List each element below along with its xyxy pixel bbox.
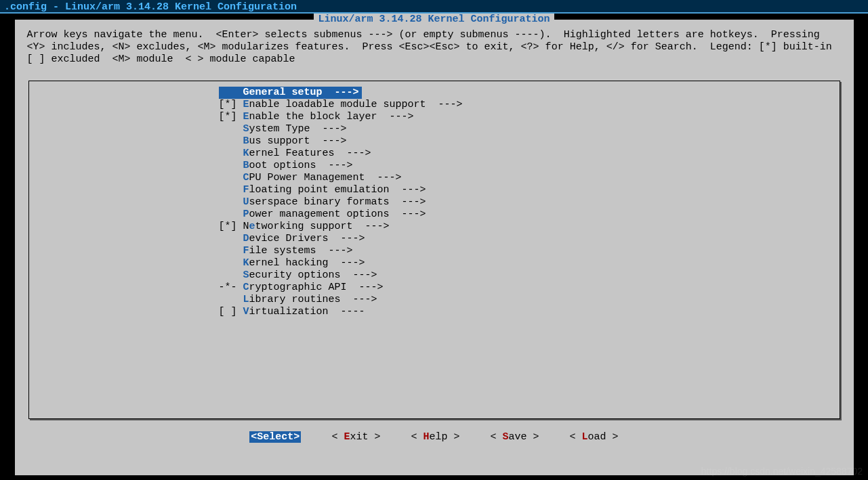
screen-background: Linux/arm 3.14.28 Kernel Configuration A… <box>0 14 868 480</box>
button-bar: <Select> < Exit > < Help > < Save > < Lo… <box>15 431 854 443</box>
menu-item[interactable]: [*] Enable the block layer ---> <box>29 111 840 123</box>
menu-item[interactable]: Kernel Features ---> <box>29 148 840 160</box>
menu-item[interactable]: File systems ---> <box>29 245 840 257</box>
menu-item[interactable]: General setup ---> <box>29 87 840 99</box>
menu-item[interactable]: System Type ---> <box>29 123 840 135</box>
select-button[interactable]: <Select> <box>249 431 301 443</box>
menu-item[interactable]: Kernel hacking ---> <box>29 257 840 269</box>
watermark-text: https://blog.csdn.net/weixin_42588702 <box>701 465 863 477</box>
dialog-title: Linux/arm 3.14.28 Kernel Configuration <box>314 14 554 26</box>
menu-item[interactable]: Power management options ---> <box>29 209 840 221</box>
menu-item[interactable]: Boot options ---> <box>29 160 840 172</box>
menu-item[interactable]: Library routines ---> <box>29 294 840 306</box>
help-button[interactable]: < Help > <box>411 431 459 443</box>
load-button[interactable]: < Load > <box>570 431 619 443</box>
menu-list[interactable]: General setup --->[*] Enable loadable mo… <box>28 81 840 419</box>
save-button[interactable]: < Save > <box>491 431 539 443</box>
menu-item[interactable]: Floating point emulation ---> <box>29 184 840 196</box>
menu-item[interactable]: Bus support ---> <box>29 135 840 148</box>
menu-item[interactable]: Userspace binary formats ---> <box>29 196 840 209</box>
menu-item[interactable]: Device Drivers ---> <box>29 233 840 245</box>
menu-item[interactable]: Security options ---> <box>29 269 840 282</box>
menu-item[interactable]: -*- Cryptographic API ---> <box>29 282 840 294</box>
menuconfig-dialog: Linux/arm 3.14.28 Kernel Configuration A… <box>14 19 854 476</box>
window-title: .config - Linux/arm 3.14.28 Kernel Confi… <box>0 0 868 14</box>
menu-item[interactable]: CPU Power Management ---> <box>29 172 840 184</box>
menu-item[interactable]: [*] Enable loadable module support ---> <box>29 99 840 111</box>
menu-item[interactable]: [ ] Virtualization ---- <box>29 306 840 318</box>
menu-item[interactable]: [*] Networking support ---> <box>29 221 840 233</box>
exit-button[interactable]: < Exit > <box>331 431 380 443</box>
instructions-text: Arrow keys navigate the menu. <Enter> se… <box>15 25 854 68</box>
